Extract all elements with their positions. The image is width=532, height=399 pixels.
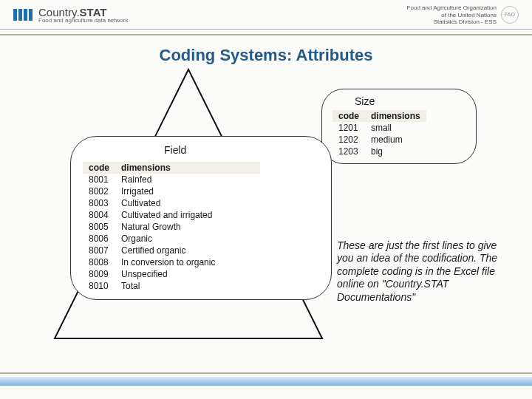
size-heading: Size	[355, 95, 466, 107]
table-row: 8001Rainfed	[83, 174, 260, 185]
table-row: 8006Organic	[83, 233, 260, 245]
org-line-3: Statistics Division - ESS	[407, 18, 497, 26]
table-row: 8004Cultivated and irrigated	[83, 209, 260, 221]
field-header-row: code dimensions	[83, 162, 260, 174]
footer-rule	[0, 372, 532, 374]
table-row: 1202medium	[332, 134, 426, 146]
table-row: 1201small	[332, 122, 426, 134]
header-right: Food and Agriculture Organization of the…	[407, 4, 519, 26]
brand-subtitle: Food and agriculture data network	[38, 17, 128, 24]
brand-block: Country.STAT Food and agriculture data n…	[38, 6, 128, 24]
note-text: These are just the first lines to give y…	[337, 239, 510, 304]
table-row: 8009Unspecified	[83, 268, 260, 280]
table-row: 8010Total	[83, 280, 260, 292]
header-rule-thin	[0, 29, 532, 30]
field-block: Field code dimensions 8001Rainfed 8002Ir…	[70, 136, 332, 300]
size-block: Size code dimensions 1201small 1202mediu…	[321, 89, 477, 164]
field-head-code: code	[83, 162, 115, 174]
field-table: code dimensions 8001Rainfed 8002Irrigate…	[83, 162, 260, 292]
table-row: 8005Natural Growth	[83, 221, 260, 233]
size-header-row: code dimensions	[332, 110, 426, 122]
field-heading: Field	[164, 144, 319, 156]
header-rule-thick	[0, 34, 532, 35]
page-title: Coding Systems: Attributes	[0, 46, 532, 65]
org-text: Food and Agriculture Organization of the…	[407, 4, 497, 26]
size-head-code: code	[332, 110, 365, 122]
table-row: 1203big	[332, 146, 426, 157]
org-line-1: Food and Agriculture Organization	[407, 4, 497, 12]
footer-gradient	[0, 377, 532, 386]
table-row: 8007Certified organic	[83, 245, 260, 256]
header: Country.STAT Food and agriculture data n…	[0, 0, 532, 27]
fao-logo-icon: FAO	[501, 6, 519, 24]
table-row: 8008 In conversion to organic	[83, 256, 260, 268]
size-table: code dimensions 1201small 1202medium 120…	[332, 110, 426, 157]
header-left: Country.STAT Food and agriculture data n…	[13, 6, 128, 24]
content-stage: Size code dimensions 1201small 1202mediu…	[0, 68, 532, 386]
org-line-2: of the United Nations	[407, 12, 497, 19]
logo-bars-icon	[13, 9, 33, 21]
footer-bar	[0, 372, 532, 386]
table-row: 8003Cultivated	[83, 197, 260, 209]
size-head-dim: dimensions	[365, 110, 426, 122]
field-head-dim: dimensions	[115, 162, 260, 174]
table-row: 8002Irrigated	[83, 185, 260, 197]
